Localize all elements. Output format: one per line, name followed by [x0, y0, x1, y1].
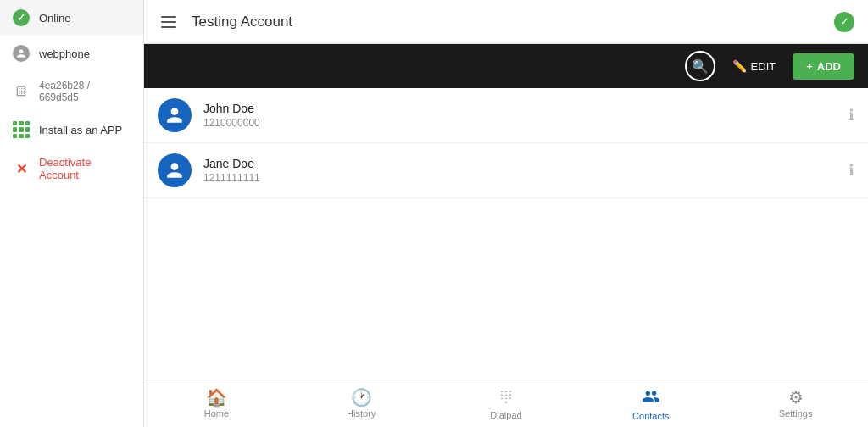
contact-info-button[interactable]: ℹ: [849, 106, 854, 125]
grid-install-icon: [12, 120, 31, 139]
hamburger-menu[interactable]: [158, 13, 180, 31]
building-icon: [12, 82, 31, 101]
header: Testing Account ✓: [144, 0, 868, 44]
nav-label-contacts: Contacts: [632, 411, 669, 421]
contact-name: John Doe: [203, 102, 837, 115]
page-title: Testing Account: [192, 14, 834, 30]
header-status-icon: ✓: [834, 12, 854, 32]
x-icon: ✕: [12, 159, 31, 178]
sidebar-item-online[interactable]: Online: [0, 0, 143, 36]
contact-avatar: [158, 153, 192, 187]
sidebar-item-deactivate[interactable]: ✕ Deactivate Account: [0, 147, 143, 190]
sidebar-item-label: Deactivate Account: [39, 156, 131, 181]
edit-label: EDIT: [751, 60, 776, 73]
search-button[interactable]: 🔍: [685, 51, 715, 81]
settings-icon: ⚙: [788, 389, 804, 406]
contact-number: 1210000000: [203, 117, 837, 129]
contacts-toolbar: 🔍 ✏️ EDIT + ADD: [144, 44, 868, 88]
main-content: Testing Account ✓ 🔍 ✏️ EDIT + ADD John D…: [144, 0, 868, 427]
nav-item-dialpad[interactable]: Dialpad: [434, 383, 579, 425]
edit-button[interactable]: ✏️ EDIT: [724, 54, 785, 78]
add-label: ADD: [817, 60, 841, 73]
contact-info-button[interactable]: ℹ: [849, 161, 854, 180]
sidebar-item-account-id[interactable]: 4ea26b28 / 669d5d5: [0, 71, 143, 112]
nav-item-home[interactable]: 🏠 Home: [144, 384, 289, 424]
contact-avatar: [158, 98, 192, 132]
nav-item-settings[interactable]: ⚙ Settings: [723, 384, 868, 424]
sidebar-item-install[interactable]: Install as an APP: [0, 112, 143, 147]
nav-item-history[interactable]: 🕐 History: [289, 384, 434, 424]
contact-info: Jane Doe 1211111111: [203, 157, 837, 184]
sidebar: Online webphone 4ea26b28 / 669d5d5 Insta…: [0, 0, 144, 427]
add-button[interactable]: + ADD: [793, 53, 854, 80]
sidebar-account-id-label: 4ea26b28 / 669d5d5: [39, 80, 131, 103]
contact-number: 1211111111: [203, 172, 837, 184]
plus-icon: +: [806, 60, 813, 73]
nav-label-history: History: [347, 408, 376, 419]
history-icon: 🕐: [351, 389, 372, 406]
sidebar-item-label: Online: [39, 12, 71, 25]
contact-name: Jane Doe: [203, 157, 837, 170]
nav-item-contacts[interactable]: Contacts: [578, 382, 723, 426]
user-icon: [12, 44, 31, 63]
sidebar-item-webphone[interactable]: webphone: [0, 36, 143, 71]
home-icon: 🏠: [206, 389, 227, 406]
online-icon: [12, 8, 31, 27]
nav-label-dialpad: Dialpad: [490, 410, 521, 420]
pencil-icon: ✏️: [732, 59, 747, 73]
contact-item[interactable]: John Doe 1210000000 ℹ: [144, 88, 868, 143]
contact-info: John Doe 1210000000: [203, 102, 837, 129]
sidebar-item-label: webphone: [39, 47, 90, 60]
dialpad-icon: [498, 388, 515, 408]
sidebar-item-label: Install as an APP: [39, 124, 122, 136]
contact-list: John Doe 1210000000 ℹ Jane Doe 121111111…: [144, 88, 868, 380]
nav-label-home: Home: [204, 408, 229, 419]
nav-label-settings: Settings: [779, 408, 813, 419]
bottom-nav: 🏠 Home 🕐 History Dialpad Contacts ⚙ Sett…: [144, 380, 868, 427]
contact-item[interactable]: Jane Doe 1211111111 ℹ: [144, 143, 868, 198]
contacts-icon: [642, 387, 660, 408]
